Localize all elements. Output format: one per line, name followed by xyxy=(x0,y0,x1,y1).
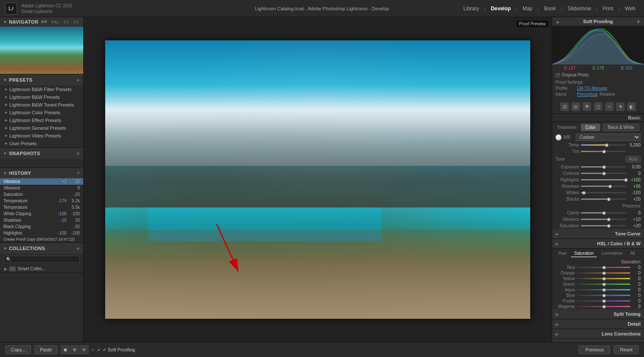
hsl-purple-slider[interactable] xyxy=(577,300,630,302)
detail-header[interactable]: ▶ Detail xyxy=(552,319,644,329)
clarity-thumb[interactable] xyxy=(602,211,606,215)
hsl-blue-slider[interactable] xyxy=(577,295,630,296)
redeye-tool[interactable]: 👁 xyxy=(583,102,591,111)
previous-button[interactable]: Previous xyxy=(579,345,610,354)
hsl-aqua-slider[interactable] xyxy=(577,289,630,290)
highlights-thumb[interactable] xyxy=(624,178,628,182)
collections-add-button[interactable]: + xyxy=(76,245,80,252)
bw-button[interactable]: Black & White xyxy=(603,124,639,131)
soft-proof-check[interactable]: ✓ ✓ Soft Proofing xyxy=(97,347,135,353)
eyedropper-icon[interactable] xyxy=(556,134,562,140)
wb-select[interactable]: Custom As Shot Auto Daylight xyxy=(576,134,641,141)
nav-web[interactable]: Web xyxy=(622,4,639,13)
preset-item-bw[interactable]: ▶ Lightroom B&W Presets xyxy=(0,93,83,101)
contrast-thumb[interactable] xyxy=(602,172,606,175)
collections-header[interactable]: ▼ Collections + xyxy=(0,243,83,254)
reset-button[interactable]: Reset xyxy=(614,345,639,354)
radial-tool[interactable]: ○ xyxy=(605,102,614,111)
highlights-slider[interactable] xyxy=(581,179,626,180)
presets-add-button[interactable]: + xyxy=(76,76,80,83)
history-item-7[interactable]: Black Clipping -20 xyxy=(0,223,83,230)
transform-header[interactable]: ▶ Transform xyxy=(552,339,644,342)
hsl-tab-all[interactable]: All xyxy=(627,250,638,257)
view-survey[interactable]: ⊟ xyxy=(80,345,88,354)
zoom-3-2[interactable]: 3:2 xyxy=(72,19,80,24)
shadows-thumb[interactable] xyxy=(608,185,612,188)
whites-slider[interactable] xyxy=(581,192,626,193)
main-image[interactable] xyxy=(105,40,530,319)
temp-slider[interactable] xyxy=(581,144,626,146)
original-photo-checkbox[interactable]: ✓ xyxy=(556,73,560,77)
nav-book[interactable]: Book xyxy=(541,4,559,13)
hsl-tab-luminance[interactable]: Luminance xyxy=(598,250,626,257)
paste-button[interactable]: Paste xyxy=(34,345,58,354)
hsl-tab-saturation[interactable]: Saturation xyxy=(571,250,597,257)
blacks-slider[interactable] xyxy=(581,198,626,200)
auto-button[interactable]: Auto xyxy=(626,156,641,162)
navigator-header[interactable]: ▼ Navigator FIT FILL 1:1 3:2 xyxy=(0,17,83,27)
zoom-fill[interactable]: FILL xyxy=(50,19,61,24)
view-single[interactable]: ▣ xyxy=(61,345,70,354)
tint-slider[interactable] xyxy=(581,151,626,152)
history-header[interactable]: ▼ History × xyxy=(0,168,83,178)
history-item-1[interactable]: Vibrance 9 xyxy=(0,185,83,191)
proof-intent-value[interactable]: Perceptual xyxy=(577,92,598,97)
collection-item-smart[interactable]: ▶ ⚙ Smart Collec... xyxy=(0,265,83,273)
exposure-thumb[interactable] xyxy=(602,165,606,169)
history-item-9[interactable]: Create Proof Copy (09/10/2017 19:47:22) xyxy=(0,236,83,242)
contrast-slider[interactable] xyxy=(581,173,626,174)
blacks-thumb[interactable] xyxy=(607,198,611,201)
adjustment-tool[interactable]: ✦ xyxy=(616,102,625,111)
heal-tool[interactable]: ◎ xyxy=(571,102,580,111)
exposure-slider[interactable] xyxy=(581,166,626,168)
hsl-red-slider[interactable] xyxy=(577,267,630,268)
collections-search-input[interactable] xyxy=(13,257,77,262)
shadows-slider[interactable] xyxy=(581,186,626,187)
presets-header[interactable]: ▼ Presets + xyxy=(0,74,83,85)
preset-item-bwfilter[interactable]: ▶ Lightroom B&W Filter Presets xyxy=(0,85,83,93)
vibrance-slider[interactable] xyxy=(581,219,626,220)
temp-slider-thumb[interactable] xyxy=(605,143,608,147)
vibrance-thumb[interactable] xyxy=(607,218,611,221)
hsl-tool[interactable]: ◐ xyxy=(627,102,636,111)
nav-slideshow[interactable]: Slideshow xyxy=(564,4,595,13)
nav-print[interactable]: Print xyxy=(599,4,617,13)
hsl-yellow-slider[interactable] xyxy=(577,278,630,279)
preset-item-user[interactable]: ▶ User Presets xyxy=(0,140,83,147)
history-item-0[interactable]: Vibrance +1 10 xyxy=(0,178,83,185)
gradient-tool[interactable]: ◻ xyxy=(594,102,602,111)
nav-develop[interactable]: Develop xyxy=(487,4,514,13)
preset-item-general[interactable]: ▶ Lightroom General Presets xyxy=(0,124,83,132)
hsl-header[interactable]: ▶ HSL / Color / B & W xyxy=(552,239,644,249)
history-item-8[interactable]: Highlights -100 -100 xyxy=(0,230,83,236)
preset-item-effect[interactable]: ▶ Lightroom Effect Presets xyxy=(0,116,83,124)
preset-item-bwtoned[interactable]: ▶ Lightroom B&W Toned Presets xyxy=(0,101,83,109)
preset-item-color[interactable]: ▶ Lightroom Color Presets xyxy=(0,109,83,116)
snapshots-header[interactable]: ▼ Snapshots + xyxy=(0,148,83,159)
snapshots-add-button[interactable]: + xyxy=(76,150,80,157)
history-item-3[interactable]: Temperature -174 5.2k xyxy=(0,198,83,204)
history-item-4[interactable]: Temperature 5.5k xyxy=(0,204,83,211)
history-item-5[interactable]: White Clipping -100 -100 xyxy=(0,211,83,217)
tone-curve-header[interactable]: ▶ Tone Curve xyxy=(552,229,644,239)
soft-proofing-header[interactable]: ▲ Soft Proofing ▼ xyxy=(552,17,644,26)
nav-map[interactable]: Map xyxy=(519,4,536,13)
saturation-slider[interactable] xyxy=(581,225,626,226)
collections-search[interactable]: 🔍 xyxy=(3,256,80,263)
hsl-orange-slider[interactable] xyxy=(577,272,630,274)
whites-thumb[interactable] xyxy=(582,191,586,195)
tint-slider-thumb[interactable] xyxy=(602,150,606,153)
lens-corrections-header[interactable]: ▶ Lens Corrections xyxy=(552,329,644,339)
history-item-6[interactable]: Shadows -10 10 xyxy=(0,217,83,223)
history-item-2[interactable]: Saturation -20 xyxy=(0,191,83,198)
color-button[interactable]: Color xyxy=(581,124,601,131)
crop-tool[interactable]: ⊡ xyxy=(560,102,569,111)
saturation-thumb[interactable] xyxy=(607,224,611,228)
hsl-magenta-slider[interactable] xyxy=(577,306,630,307)
preset-item-video[interactable]: ▶ Lightroom Video Presets xyxy=(0,132,83,140)
navigator-thumbnail[interactable] xyxy=(0,27,83,74)
proof-profile-value[interactable]: LM-TO-Manage xyxy=(577,86,607,91)
copy-button[interactable]: Copy... xyxy=(5,345,31,354)
hsl-green-slider[interactable] xyxy=(577,284,630,285)
view-compare[interactable]: ⊞ xyxy=(70,345,79,354)
